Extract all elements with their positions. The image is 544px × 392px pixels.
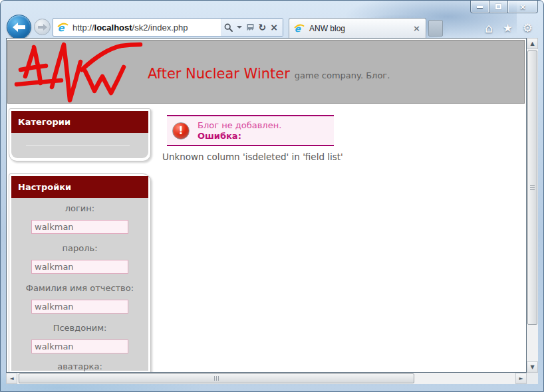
scroll-left-button[interactable]: ◄ <box>6 373 17 384</box>
password-input[interactable] <box>31 260 128 274</box>
scrollbar-grip <box>214 376 219 381</box>
close-button[interactable]: × <box>508 1 538 13</box>
sidebar-card-settings: Настройки логин: пароль: Фамилия имя отч… <box>9 173 151 373</box>
new-tab-button[interactable] <box>428 20 443 37</box>
tools-gear-icon[interactable]: ⚙ <box>523 23 533 34</box>
scrollbar-grip <box>530 185 535 191</box>
stop-icon[interactable]: × <box>270 23 278 32</box>
nickname-label: Псевдоним: <box>11 323 148 333</box>
password-label: пароль: <box>11 243 148 253</box>
maximize-icon <box>495 4 501 9</box>
url-host: localhost <box>94 23 132 33</box>
error-detail-text: Unknown column 'isdeleted' in 'field lis… <box>162 151 343 162</box>
login-label: логин: <box>11 203 148 213</box>
tab-anw-blog[interactable]: e ANW blog × <box>289 18 426 38</box>
categories-body <box>11 133 148 158</box>
page-viewport: After Nuclear Winter game company. Блог.… <box>6 38 527 373</box>
tab-title: ANW blog <box>309 24 413 33</box>
search-icon[interactable] <box>224 23 233 32</box>
minimize-button[interactable] <box>470 1 489 13</box>
browser-window: × e http://localhost/sk2/index.php <box>0 0 544 392</box>
tab-close-icon[interactable]: × <box>413 23 420 33</box>
url-text[interactable]: http://localhost/sk2/index.php <box>72 23 221 33</box>
settings-form: логин: пароль: Фамилия имя отчество: Псе… <box>11 198 148 371</box>
favorites-star-icon[interactable]: ★ <box>503 23 513 34</box>
settings-header: Настройки <box>11 176 148 198</box>
scroll-down-icon: ▼ <box>530 365 534 370</box>
scroll-down-button[interactable]: ▼ <box>527 361 538 373</box>
vertical-scrollbar-thumb[interactable] <box>527 50 537 325</box>
nickname-input[interactable] <box>31 340 128 353</box>
scroll-left-icon: ◄ <box>9 376 13 381</box>
divider <box>26 146 130 146</box>
site-header-band: After Nuclear Winter game company. Блог. <box>7 40 525 104</box>
avatar-label: аватарка: <box>11 361 148 371</box>
fullname-input[interactable] <box>31 300 128 314</box>
command-bar: ⌂ ★ ⚙ <box>485 20 533 36</box>
ie-favicon: e <box>57 22 68 33</box>
fullname-label: Фамилия имя отчество: <box>11 283 148 293</box>
window-controls: × <box>470 1 538 13</box>
ie-tab-favicon: e <box>294 23 305 34</box>
address-bar-actions: ↻ × <box>221 19 283 36</box>
scroll-right-icon: ► <box>519 376 523 381</box>
error-message-box: ! Блог не добавлен. Ошибка: <box>167 115 334 146</box>
back-button[interactable] <box>7 15 31 39</box>
forward-button[interactable] <box>34 19 51 35</box>
url-path: /sk2/index.php <box>132 23 188 33</box>
site-title-row: After Nuclear Winter game company. Блог. <box>148 66 390 82</box>
refresh-icon[interactable]: ↻ <box>259 23 267 32</box>
search-dropdown-icon[interactable] <box>237 26 242 29</box>
error-icon: ! <box>172 122 190 140</box>
home-icon[interactable]: ⌂ <box>485 22 493 35</box>
categories-header: Категории <box>11 111 148 133</box>
minimize-icon <box>477 6 483 8</box>
scroll-up-button[interactable]: ▲ <box>527 38 538 49</box>
back-arrow-icon <box>13 23 26 32</box>
horizontal-scrollbar[interactable]: ◄ ► <box>6 373 527 384</box>
horizontal-scrollbar-thumb[interactable] <box>19 373 414 383</box>
anw-logo <box>13 42 146 104</box>
maximize-button[interactable] <box>489 1 508 13</box>
login-input[interactable] <box>31 220 128 234</box>
error-line1: Блог не добавлен. <box>198 120 281 131</box>
sidebar-card-categories: Категории <box>9 108 151 161</box>
site-subtitle: game company. Блог. <box>295 70 390 80</box>
error-line2: Ошибка: <box>198 131 281 142</box>
compatibility-view-icon[interactable] <box>246 23 255 32</box>
address-bar[interactable]: e http://localhost/sk2/index.php ↻ × <box>53 18 283 37</box>
site-title: After Nuclear Winter <box>148 66 290 82</box>
scrollbar-corner <box>527 373 538 384</box>
vertical-scrollbar[interactable]: ▲ ▼ <box>527 38 538 373</box>
forward-arrow-icon <box>38 24 47 31</box>
scroll-right-button[interactable]: ► <box>515 373 527 384</box>
error-exclamation: ! <box>178 124 183 137</box>
close-icon: × <box>520 2 525 12</box>
error-text: Блог не добавлен. Ошибка: <box>198 120 281 142</box>
scroll-up-icon: ▲ <box>530 41 534 47</box>
url-scheme: http:// <box>72 23 94 33</box>
